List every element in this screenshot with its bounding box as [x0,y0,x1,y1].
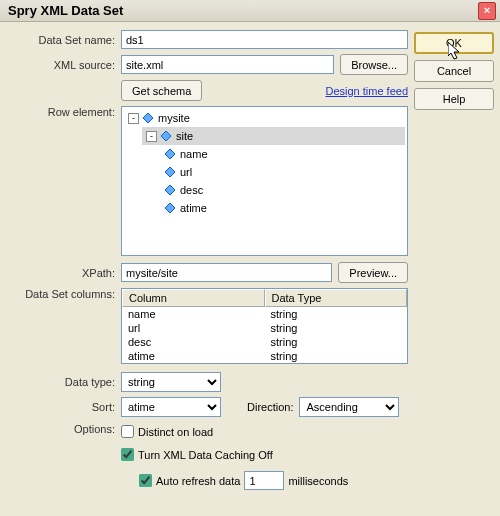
checkbox-cache-off[interactable] [121,448,134,461]
dialog-content: Data Set name: XML source: Browse... Get… [0,22,500,516]
table-row[interactable]: urlstring [122,321,407,335]
tree-leaf[interactable]: name [160,145,405,163]
tree-leaf-label: desc [180,184,203,196]
label-xpath: XPath: [6,267,121,279]
label-data-type: Data type: [6,376,121,388]
label-milliseconds: milliseconds [288,475,348,487]
label-xml-source: XML source: [6,59,121,71]
tree-child-label: site [176,130,193,142]
label-dataset-columns: Data Set columns: [6,288,121,300]
element-icon [164,202,176,214]
label-distinct: Distinct on load [138,426,213,438]
input-dataset-name[interactable] [121,30,408,49]
cancel-button[interactable]: Cancel [414,60,494,82]
tree-leaf[interactable]: url [160,163,405,181]
get-schema-button[interactable]: Get schema [121,80,202,101]
tree-root[interactable]: - mysite [124,109,405,127]
tree-view[interactable]: - mysite - site name url [121,106,408,256]
checkbox-distinct[interactable] [121,425,134,438]
select-direction[interactable]: Ascending [299,397,399,417]
tree-leaf[interactable]: desc [160,181,405,199]
tree-leaf[interactable]: atime [160,199,405,217]
element-icon [142,112,154,124]
ok-button[interactable]: OK [414,32,494,54]
element-icon [160,130,172,142]
label-row-element: Row element: [6,106,121,118]
select-data-type[interactable]: string [121,372,221,392]
collapse-icon[interactable]: - [128,113,139,124]
tree-child[interactable]: - site [142,127,405,145]
svg-marker-0 [143,113,153,123]
table-row[interactable]: descstring [122,335,407,349]
input-refresh-interval[interactable] [244,471,284,490]
tree-leaf-label: name [180,148,208,160]
element-icon [164,166,176,178]
svg-marker-2 [165,149,175,159]
col-header[interactable]: Data Type [265,289,408,307]
svg-marker-4 [165,185,175,195]
table-row[interactable]: namestring [122,307,407,321]
label-direction: Direction: [247,401,293,413]
tree-leaf-label: atime [180,202,207,214]
select-sort[interactable]: atime [121,397,221,417]
col-header[interactable]: Column [122,289,265,307]
svg-marker-3 [165,167,175,177]
collapse-icon[interactable]: - [146,131,157,142]
tree-root-label: mysite [158,112,190,124]
close-button[interactable]: × [478,2,496,20]
table-row[interactable]: atimestring [122,349,407,363]
label-options: Options: [6,423,121,435]
columns-table[interactable]: Column Data Type namestring urlstring de… [121,288,408,364]
tree-leaf-label: url [180,166,192,178]
svg-marker-5 [165,203,175,213]
svg-marker-1 [161,131,171,141]
checkbox-auto-refresh[interactable] [139,474,152,487]
preview-button[interactable]: Preview... [338,262,408,283]
titlebar: Spry XML Data Set × [0,0,500,22]
side-buttons: OK Cancel Help [414,30,494,508]
input-xpath[interactable] [121,263,332,282]
browse-button[interactable]: Browse... [340,54,408,75]
design-time-feed-link[interactable]: Design time feed [325,85,408,97]
label-dataset-name: Data Set name: [6,34,121,46]
form-area: Data Set name: XML source: Browse... Get… [6,30,414,508]
dialog-title: Spry XML Data Set [4,3,478,18]
element-icon [164,148,176,160]
label-auto-refresh: Auto refresh data [156,475,240,487]
element-icon [164,184,176,196]
input-xml-source[interactable] [121,55,334,74]
help-button[interactable]: Help [414,88,494,110]
label-cache-off: Turn XML Data Caching Off [138,449,273,461]
label-sort: Sort: [6,401,121,413]
